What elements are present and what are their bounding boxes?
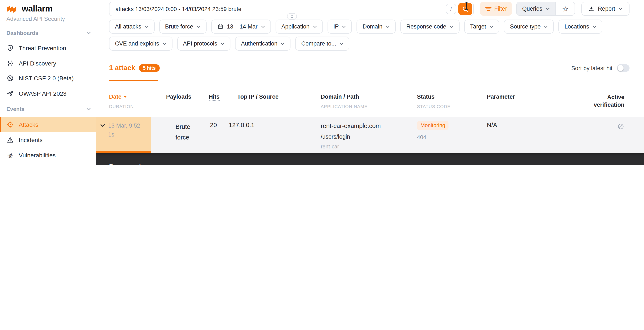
braces-check-icon <box>6 60 14 67</box>
attack-hits: 20 <box>210 122 217 128</box>
sidebar-item-api-discovery[interactable]: API Discovery <box>0 56 96 71</box>
sidebar-item-incidents[interactable]: Incidents <box>0 133 96 147</box>
filter-chips-row-2: CVE and exploits API protocols Authentic… <box>109 37 349 51</box>
active-tab-indicator <box>109 80 158 81</box>
filter-icon <box>485 6 491 11</box>
chip-ip[interactable]: IP <box>327 19 352 34</box>
header-label: Date <box>109 94 122 100</box>
sort-desc-icon <box>124 96 127 98</box>
chip-authentication[interactable]: Authentication <box>235 37 291 51</box>
column-header-date[interactable]: Date DURATION <box>109 94 127 100</box>
queries-label: Queries <box>522 5 542 12</box>
chip-label: Brute force <box>165 23 193 30</box>
calendar-icon <box>217 23 224 30</box>
chevron-down-icon <box>162 42 166 45</box>
biohazard-icon: ☣ <box>6 151 14 159</box>
header-sublabel: DURATION <box>109 104 134 109</box>
chip-all-attacks[interactable]: All attacks <box>109 19 154 34</box>
section-events[interactable]: Events <box>6 104 91 114</box>
report-label: Report <box>598 5 615 12</box>
sort-control: Sort by latest hit <box>571 64 630 72</box>
chevron-down-icon <box>221 42 224 45</box>
chip-attack-type[interactable]: Brute force <box>159 19 206 34</box>
caret-down-icon <box>290 16 294 18</box>
sidebar: wallarm Advanced API Security Dashboards… <box>0 0 96 165</box>
chip-label: Compare to... <box>301 40 336 47</box>
chevron-down-icon <box>281 42 285 45</box>
chevron-down-icon <box>340 42 343 45</box>
chip-label: 13 – 14 Mar <box>227 23 258 30</box>
attack-row[interactable]: 13 Mar, 9:52 1s Brute force 20 127.0.0.1… <box>96 117 644 153</box>
sidebar-item-vulnerabilities[interactable]: ☣ Vulnerabilities <box>0 148 96 163</box>
warning-triangle-icon <box>6 136 14 144</box>
attack-status-cell: Monitoring 404 <box>417 121 449 140</box>
chevron-down-icon <box>544 25 548 28</box>
filter-button[interactable]: Filter <box>480 2 512 16</box>
chip-domain[interactable]: Domain <box>357 19 396 34</box>
sidebar-item-label: NIST CSF 2.0 (Beta) <box>19 75 74 82</box>
wallarm-logo-icon <box>6 4 18 13</box>
attack-parameter: N/A <box>487 122 497 128</box>
chip-api-protocols[interactable]: API protocols <box>177 37 230 51</box>
attack-payload: Brute force <box>176 122 200 143</box>
requests-title: 5 requests <box>109 163 145 165</box>
column-header-top-ip: Top IP / Source <box>237 94 278 100</box>
chip-compare-to[interactable]: Compare to... <box>296 37 350 51</box>
sort-toggle[interactable] <box>617 64 630 72</box>
brand-subtitle: Advanced API Security <box>6 16 65 22</box>
header-label: Payloads <box>166 94 192 100</box>
header-label: Hits <box>209 94 220 101</box>
slash-shortcut-hint: / <box>446 4 456 14</box>
header-sublabel: STATUS CODE <box>417 104 450 109</box>
caret-up-icon <box>290 14 294 16</box>
chevron-down-icon <box>86 107 91 110</box>
column-header-hits[interactable]: Hits <box>209 94 220 100</box>
attack-count-label: 1 attack <box>109 64 135 72</box>
column-header-active-verification: Active verification <box>591 94 624 109</box>
sidebar-item-owasp-api[interactable]: OWASP API 2023 <box>0 86 96 101</box>
search-expand-handle[interactable] <box>287 13 297 19</box>
sort-label: Sort by latest hit <box>571 65 612 71</box>
chevron-down-icon <box>450 25 454 28</box>
chip-date-range[interactable]: 13 – 14 Mar <box>211 19 271 34</box>
chip-label: Domain <box>363 23 382 30</box>
brand: wallarm <box>6 4 52 14</box>
filter-label: Filter <box>494 5 507 12</box>
paper-plane-icon <box>6 90 14 97</box>
chip-response-code[interactable]: Response code <box>400 19 460 34</box>
attack-domain: rent-car-example.com <box>321 122 381 130</box>
sidebar-item-nist-csf[interactable]: NIST CSF 2.0 (Beta) <box>0 71 96 85</box>
chevron-down-icon <box>86 31 91 34</box>
chip-label: All attacks <box>115 23 141 30</box>
attack-path: /users/login <box>321 133 381 141</box>
filter-chips-row-1: All attacks Brute force 13 – 14 Mar Appl… <box>109 19 602 34</box>
chip-application[interactable]: Application <box>275 19 323 34</box>
tab-attacks-count[interactable]: 1 attack 5 hits <box>109 64 160 72</box>
attack-date-value: 13 Mar, 9:52 <box>108 121 149 130</box>
favorite-star-button[interactable]: ☆ <box>556 2 575 15</box>
sidebar-item-threat-prevention[interactable]: Threat Prevention <box>0 41 96 55</box>
attack-domain-cell: rent-car-example.com /users/login rent-c… <box>321 122 381 150</box>
report-button[interactable]: Report <box>582 2 630 16</box>
search-input[interactable] <box>110 6 446 12</box>
download-icon <box>588 5 594 12</box>
chip-cve-exploits[interactable]: CVE and exploits <box>109 37 172 51</box>
hits-count-badge: 5 hits <box>139 64 160 72</box>
chip-label: CVE and exploits <box>115 40 159 47</box>
collapse-chevron-icon[interactable] <box>100 124 105 127</box>
crosshair-icon <box>6 121 14 128</box>
column-header-status: Status STATUS CODE <box>417 94 435 100</box>
queries-button[interactable]: Queries <box>517 2 556 15</box>
chip-target[interactable]: Target <box>464 19 500 34</box>
chip-source-type[interactable]: Source type <box>504 19 554 34</box>
attack-date-cell: 13 Mar, 9:52 1s <box>96 117 151 153</box>
column-header-payloads: Payloads <box>166 94 192 100</box>
header-label: Parameter <box>487 94 515 100</box>
active-verification-disabled-icon[interactable] <box>617 123 624 130</box>
column-header-domain: Domain / Path APPLICATION NAME <box>321 94 359 100</box>
sidebar-item-attacks[interactable]: Attacks <box>0 117 96 132</box>
text-cursor <box>465 2 468 10</box>
segmented-circle-icon <box>6 74 14 82</box>
chip-locations[interactable]: Locations <box>558 19 602 34</box>
section-dashboards[interactable]: Dashboards <box>6 28 91 38</box>
